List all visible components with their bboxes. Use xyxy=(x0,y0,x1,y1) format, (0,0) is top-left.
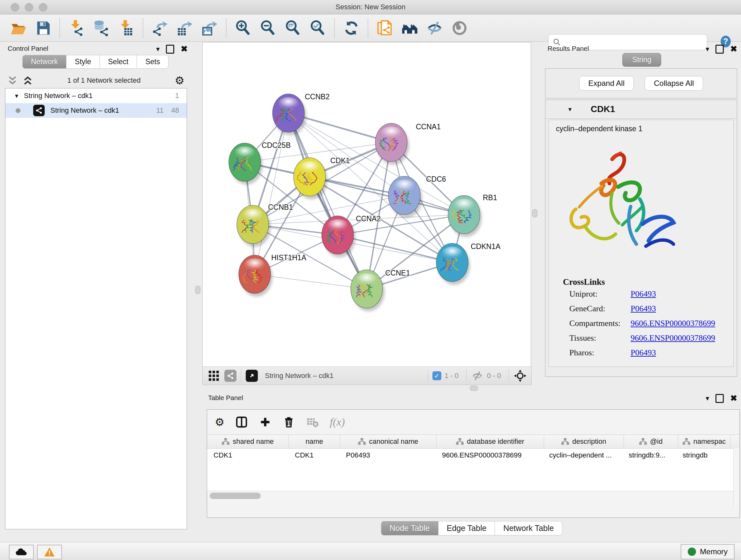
memory-button[interactable]: Memory xyxy=(681,544,735,559)
birds-eye-view-icon[interactable] xyxy=(246,370,258,382)
home-button[interactable] xyxy=(401,19,419,37)
network-node-CDKN1A[interactable]: CDKN1A xyxy=(436,242,501,285)
column-header-canonical-name[interactable]: canonical name xyxy=(340,435,436,448)
table-panel-float-icon[interactable] xyxy=(716,394,724,403)
table-cell[interactable]: 9606.ENSP00000378699 xyxy=(435,449,543,462)
expand-all-icon[interactable] xyxy=(22,75,33,86)
results-panel-collapse-icon[interactable]: ▾ xyxy=(705,45,709,53)
import-network-button[interactable] xyxy=(67,19,86,37)
show-columns-icon[interactable] xyxy=(235,416,248,428)
selected-nodes-checkbox-icon[interactable]: ✓ xyxy=(432,371,441,380)
entry-expander-icon[interactable]: ▾ xyxy=(568,105,571,113)
network-node-CDC6[interactable]: CDC6 xyxy=(388,175,446,218)
network-node-CCNB2[interactable]: CCNB2 xyxy=(273,92,330,135)
tab-network[interactable]: Network xyxy=(22,55,66,69)
node-label-CCNE1: CCNE1 xyxy=(385,269,410,277)
column-header-database-identifier[interactable]: database identifier xyxy=(436,435,544,448)
results-panel-float-icon[interactable] xyxy=(716,45,724,54)
crosslink-uniprot-link[interactable]: P06493 xyxy=(630,289,656,299)
column-header-namespac[interactable]: namespac xyxy=(678,435,731,448)
network-node-CDK1[interactable]: CDK1 xyxy=(293,157,350,199)
cloud-button[interactable] xyxy=(9,545,34,559)
string-network-graph[interactable]: CCNB2 CCNA1 CDC25B CDK1 CDC6 RB1 CCNB1 xyxy=(203,43,531,367)
table-cell[interactable]: stringdb xyxy=(676,449,728,462)
zoom-in-icon xyxy=(235,20,252,37)
tab-sets[interactable]: Sets xyxy=(137,55,169,69)
left-splitter-handle[interactable] xyxy=(195,286,200,294)
open-session-button[interactable] xyxy=(9,19,27,37)
bottom-splitter-handle[interactable] xyxy=(470,386,478,391)
column-header-name[interactable]: name xyxy=(289,435,340,448)
refresh-button[interactable] xyxy=(342,19,360,37)
control-panel-collapse-icon[interactable]: ▾ xyxy=(156,45,159,53)
zoom-out-button[interactable] xyxy=(259,19,277,37)
string-style-eye-button[interactable] xyxy=(450,19,469,37)
tab-node-table[interactable]: Node Table xyxy=(381,521,439,536)
string-document-button[interactable] xyxy=(376,19,394,37)
import-table-button[interactable] xyxy=(117,19,136,37)
column-header-shared-name[interactable]: shared name xyxy=(207,435,289,448)
table-cell[interactable]: cyclin–dependent ... xyxy=(543,449,622,462)
tab-string[interactable]: String xyxy=(622,53,661,67)
column-header-description[interactable]: description xyxy=(544,435,624,448)
toolbar-separator xyxy=(334,18,335,38)
zoom-in-button[interactable] xyxy=(234,19,253,37)
collapse-all-button[interactable]: Collapse All xyxy=(645,76,703,91)
control-panel-close-icon[interactable]: ✖ xyxy=(181,44,188,54)
edge-CCNB2-CCNE1[interactable] xyxy=(288,113,367,289)
delete-column-icon[interactable] xyxy=(282,416,295,428)
control-panel-float-icon[interactable] xyxy=(166,45,174,54)
save-session-button[interactable] xyxy=(34,19,52,37)
add-column-icon[interactable] xyxy=(259,416,272,428)
table-cell[interactable]: stringdb:9... xyxy=(622,449,676,462)
network-node-CDC25B[interactable]: CDC25B xyxy=(229,141,291,185)
table-cell[interactable]: CDK1 xyxy=(288,449,340,462)
network-node-CCNE1[interactable]: CCNE1 xyxy=(351,269,410,311)
network-node-CCNB1[interactable]: CCNB1 xyxy=(237,203,293,247)
crosslink-genecard-link[interactable]: P06493 xyxy=(630,304,656,314)
network-node-RB1[interactable]: RB1 xyxy=(448,193,497,237)
warning-button[interactable] xyxy=(37,545,62,559)
network-view-canvas[interactable]: CCNB2 CCNA1 CDC25B CDK1 CDC6 RB1 CCNB1 xyxy=(202,42,531,367)
expand-all-button[interactable]: Expand All xyxy=(579,76,634,91)
network-view-icon[interactable] xyxy=(224,370,237,382)
export-network-button[interactable] xyxy=(151,19,169,37)
collapse-all-icon[interactable] xyxy=(7,75,18,86)
grid-view-icon[interactable] xyxy=(208,370,220,382)
table-panel-close-icon[interactable]: ✖ xyxy=(730,393,737,403)
crosslink-compartments-link[interactable]: 9606.ENSP00000378699 xyxy=(630,319,715,328)
tab-network-table[interactable]: Network Table xyxy=(495,521,562,536)
tree-expander-icon[interactable]: ▾ xyxy=(15,92,18,100)
right-splitter-handle[interactable] xyxy=(532,209,537,217)
zoom-selected-button[interactable] xyxy=(309,19,327,37)
network-options-gear-icon[interactable]: ⚙ xyxy=(175,74,185,87)
crosslink-tissues-link[interactable]: 9606.ENSP00000378699 xyxy=(630,333,715,343)
export-table-button[interactable] xyxy=(176,19,194,37)
table-cell[interactable]: P06493 xyxy=(340,449,435,462)
tab-select[interactable]: Select xyxy=(100,55,137,69)
table-row[interactable]: CDK1CDK1P064939606.ENSP00000378699cyclin… xyxy=(207,449,739,462)
table-vertical-scrollbar[interactable] xyxy=(733,448,739,507)
tab-style[interactable]: Style xyxy=(66,55,99,69)
table-options-gear-icon[interactable]: ⚙ xyxy=(215,416,224,428)
table-panel-collapse-icon[interactable]: ▾ xyxy=(705,394,709,402)
crosslink-pharos-link[interactable]: P06493 xyxy=(630,348,656,358)
table-horizontal-scrollbar[interactable] xyxy=(207,491,739,501)
column-header-@id[interactable]: @id xyxy=(624,435,678,448)
node-result-header[interactable]: ▾ CDK1 xyxy=(545,100,737,119)
network-collection-row[interactable]: ▾ String Network – cdk1 1 xyxy=(5,88,187,103)
glass-ball-effect-button[interactable] xyxy=(425,19,444,37)
results-panel-close-icon[interactable]: ✖ xyxy=(730,44,737,54)
warning-icon xyxy=(44,547,55,557)
network-node-HIST1H1A[interactable]: HIST1H1A xyxy=(239,253,307,297)
network-row-selected[interactable]: String Network – cdk1 11 48 xyxy=(5,103,187,118)
zoom-fit-button[interactable] xyxy=(284,19,302,37)
network-node-CCNA2[interactable]: CCNA2 xyxy=(322,214,381,257)
import-network-database-button[interactable] xyxy=(92,19,111,37)
scrollbar-thumb[interactable] xyxy=(210,493,261,499)
edge-CCNB2-HIST1H1A[interactable] xyxy=(255,113,288,274)
export-image-button[interactable] xyxy=(200,19,219,37)
table-cell[interactable]: CDK1 xyxy=(207,449,288,462)
tab-edge-table[interactable]: Edge Table xyxy=(439,521,495,536)
fit-network-crosshair-icon[interactable] xyxy=(514,369,527,382)
